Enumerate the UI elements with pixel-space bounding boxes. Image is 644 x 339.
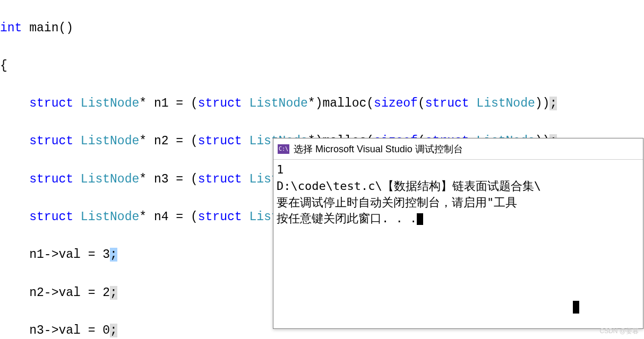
watermark: CSDN @姜暮 [599, 327, 639, 336]
code-line: int main() [0, 19, 644, 38]
keyword-int: int [0, 21, 22, 35]
console-output[interactable]: 1 D:\code\test.c\【数据结构】链表面试题合集\ 要在调试停止时自… [273, 160, 643, 229]
console-titlebar[interactable]: C:\ 选择 Microsoft Visual Studio 调试控制台 [273, 138, 643, 160]
code-line: struct ListNode* n1 = (struct ListNode*)… [0, 94, 644, 114]
cursor-icon [573, 301, 579, 314]
console-window[interactable]: C:\ 选择 Microsoft Visual Studio 调试控制台 1 D… [273, 138, 643, 329]
console-title: 选择 Microsoft Visual Studio 调试控制台 [294, 143, 463, 155]
cursor-icon [417, 213, 423, 225]
code-line: { [0, 57, 644, 76]
console-icon: C:\ [278, 144, 289, 154]
